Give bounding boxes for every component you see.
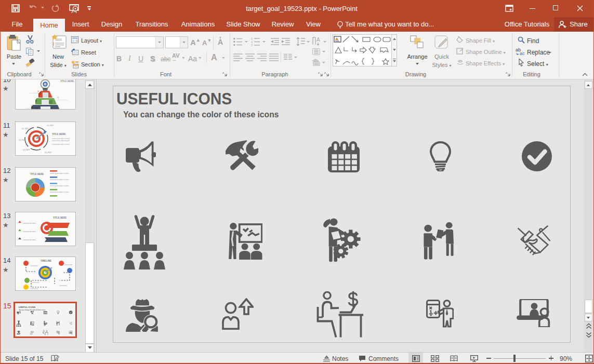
svg-text:Lorem ipsum: Lorem ipsum xyxy=(64,264,72,266)
svg-text:Lorem ipsum dolor: Lorem ipsum dolor xyxy=(23,239,36,241)
svg-text:Lorem ipsum dolor sit amet: Lorem ipsum dolor sit amet xyxy=(50,185,69,187)
svg-text:TIMELINE: TIMELINE xyxy=(41,260,51,262)
svg-text:USEFUL ICONS: USEFUL ICONS xyxy=(19,306,36,308)
svg-text:Lorem ipsum: Lorem ipsum xyxy=(30,288,38,290)
svg-text:02: 02 xyxy=(57,97,59,99)
svg-text:Lorem ipsum dolor: Lorem ipsum dolor xyxy=(29,92,39,94)
svg-text:1: 1 xyxy=(251,37,253,40)
svg-text:Lorem ipsum dolor sit amet: Lorem ipsum dolor sit amet xyxy=(52,143,70,145)
svg-text:Lorem ipsum dolor sit amet: Lorem ipsum dolor sit amet xyxy=(50,172,69,174)
svg-text:01 | TEXT: 01 | TEXT xyxy=(22,128,29,130)
svg-text:04 | TEXT: 04 | TEXT xyxy=(23,149,30,151)
svg-text:Lorem ipsum: Lorem ipsum xyxy=(31,281,39,284)
svg-text:Lorem ipsum: Lorem ipsum xyxy=(30,265,38,267)
svg-text:3: 3 xyxy=(251,44,253,46)
svg-text:Lorem ipsum dolor sit amet: Lorem ipsum dolor sit amet xyxy=(50,191,69,193)
svg-text:A: A xyxy=(316,37,320,43)
svg-text:TITLE HERE: TITLE HERE xyxy=(52,133,65,136)
svg-text:TITLE HERE: TITLE HERE xyxy=(60,80,74,83)
svg-text:ac: ac xyxy=(520,51,525,56)
svg-text:Lorem ipsum: Lorem ipsum xyxy=(59,285,67,287)
svg-text:TITLE HERE: TITLE HERE xyxy=(53,217,67,219)
svg-text:Lorem ipsum dolor: Lorem ipsum dolor xyxy=(57,99,68,101)
svg-text:Lorem ipsum: Lorem ipsum xyxy=(26,107,33,109)
svg-text:You can change the color of th: You can change the color of these icons xyxy=(19,309,46,311)
svg-text:02 | TEXT: 02 | TEXT xyxy=(47,125,54,127)
svg-text:TITLE HERE: TITLE HERE xyxy=(30,173,44,176)
svg-text:Lorem ipsum dolor sit amet: Lorem ipsum dolor sit amet xyxy=(50,179,69,181)
svg-text:Lorem ipsum dolor: Lorem ipsum dolor xyxy=(23,231,36,233)
svg-text:03: 03 xyxy=(31,105,33,107)
svg-text:Lorem ipsum dolor: Lorem ipsum dolor xyxy=(23,222,36,224)
svg-text:2: 2 xyxy=(251,41,253,44)
svg-text:05 | TEXT: 05 | TEXT xyxy=(45,152,52,154)
svg-text:03 | TEXT: 03 | TEXT xyxy=(19,139,26,141)
svg-text:consectetuer adipiscing elit: consectetuer adipiscing elit xyxy=(52,140,70,142)
